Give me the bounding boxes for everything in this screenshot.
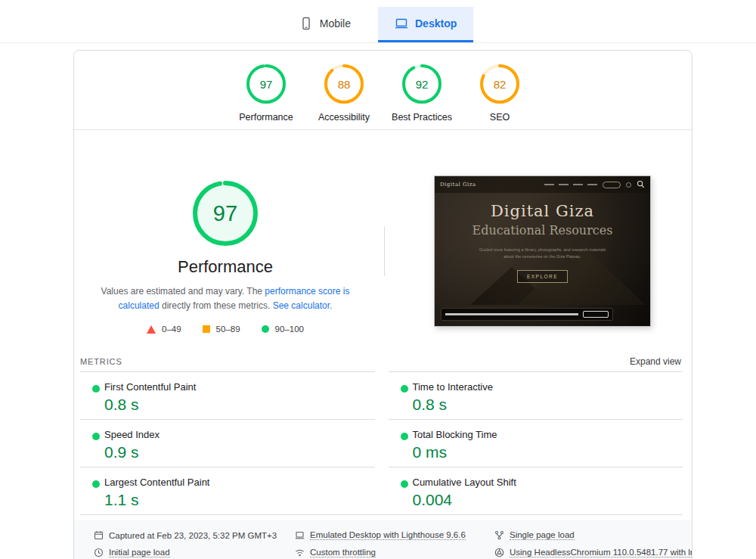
metrics-header: METRICS Expand view bbox=[80, 356, 681, 367]
fork-icon bbox=[494, 530, 504, 540]
score-seo[interactable]: 82 SEO bbox=[462, 63, 538, 123]
pass-dot-icon bbox=[401, 385, 408, 393]
seo-gauge: 82 bbox=[479, 63, 521, 105]
network-icon bbox=[295, 548, 305, 557]
average-square-icon bbox=[203, 325, 210, 333]
metric-value: 0.9 s bbox=[104, 443, 375, 461]
desktop-laptop-icon bbox=[395, 17, 408, 30]
legend-average-range: 50–89 bbox=[216, 325, 240, 334]
tab-desktop-label: Desktop bbox=[415, 17, 457, 30]
fail-triangle-icon bbox=[147, 325, 156, 334]
see-calculator-link[interactable]: See calculator. bbox=[273, 300, 333, 311]
footer-captured-at: Captured at Feb 23, 2023, 5:32 PM GMT+3 bbox=[94, 530, 295, 540]
best-practices-score-value: 92 bbox=[401, 63, 443, 105]
metric-first-contentful-paint: First Contentful Paint 0.8 s bbox=[80, 371, 375, 419]
metric-label: Cumulative Layout Shift bbox=[413, 477, 683, 488]
metric-label: Speed Index bbox=[104, 429, 375, 440]
mobile-phone-icon bbox=[299, 17, 313, 30]
score-best-practices[interactable]: 92 Best Practices bbox=[384, 63, 460, 123]
accessibility-gauge: 88 bbox=[323, 63, 365, 105]
metric-label: Total Blocking Time bbox=[413, 429, 683, 440]
footer-text: Initial page load bbox=[109, 548, 170, 557]
metric-time-to-interactive: Time to Interactive 0.8 s bbox=[389, 371, 683, 419]
footer-text: Single page load bbox=[510, 530, 575, 540]
preview-caption: Guided tours featuring a library, photog… bbox=[479, 247, 607, 261]
tab-mobile-label: Mobile bbox=[320, 17, 351, 30]
accessibility-score-value: 88 bbox=[323, 63, 365, 105]
final-screenshot-preview[interactable]: Digital Giza Digital Giza Educational Re… bbox=[434, 175, 651, 327]
legend-good: 90–100 bbox=[262, 325, 304, 334]
metric-speed-index: Speed Index 0.9 s bbox=[80, 419, 375, 467]
seo-score-value: 82 bbox=[479, 63, 521, 105]
device-tabbar: Mobile Desktop bbox=[0, 0, 756, 43]
performance-score-value: 97 bbox=[245, 63, 287, 105]
performance-main-gauge: 97 bbox=[192, 180, 259, 247]
preview-explore-button: EXPLORE bbox=[517, 270, 568, 283]
pass-dot-icon bbox=[92, 385, 100, 393]
preview-brand: Digital Giza bbox=[440, 182, 476, 188]
metric-value: 0 ms bbox=[413, 443, 683, 461]
metric-cumulative-layout-shift: Cumulative Layout Shift 0.004 bbox=[389, 467, 683, 514]
score-legend: 0–49 50–89 90–100 bbox=[74, 325, 376, 334]
good-circle-icon bbox=[262, 325, 269, 333]
clock-icon bbox=[94, 548, 104, 557]
preview-hero: Digital Giza Educational Resources Guide… bbox=[435, 202, 650, 283]
legend-good-range: 90–100 bbox=[275, 325, 304, 334]
preview-cookie-banner bbox=[441, 308, 613, 321]
seo-score-label: SEO bbox=[490, 112, 510, 123]
calendar-icon bbox=[94, 530, 104, 540]
description-text-2: directly from these metrics. bbox=[160, 300, 273, 311]
metric-value: 0.8 s bbox=[104, 396, 375, 414]
tab-desktop[interactable]: Desktop bbox=[378, 7, 473, 42]
globe-icon bbox=[626, 182, 631, 188]
metric-value: 1.1 s bbox=[104, 491, 375, 509]
main-gauge-value: 97 bbox=[192, 180, 259, 247]
pass-dot-icon bbox=[92, 480, 100, 488]
preview-title: Digital Giza bbox=[435, 202, 650, 220]
metrics-heading: METRICS bbox=[80, 357, 122, 366]
description-text-1: Values are estimated and may vary. The bbox=[101, 286, 265, 297]
chrome-icon bbox=[494, 548, 504, 557]
metric-value: 0.8 s bbox=[413, 396, 683, 414]
laptop-icon bbox=[295, 530, 305, 540]
footer-text: Captured at Feb 23, 2023, 5:32 PM GMT+3 bbox=[109, 531, 277, 540]
expand-view-button[interactable]: Expand view bbox=[630, 356, 681, 367]
legend-average: 50–89 bbox=[203, 325, 240, 334]
report-footer: Captured at Feb 23, 2023, 5:32 PM GMT+3 … bbox=[74, 520, 692, 559]
panel-title: Performance bbox=[74, 257, 376, 277]
footer-chromium-version[interactable]: Using HeadlessChromium 110.0.5481.77 wit… bbox=[494, 548, 692, 557]
pass-dot-icon bbox=[92, 433, 100, 440]
category-scores: 97 Performance 88 Accessibility 92 Best … bbox=[74, 63, 692, 123]
footer-initial-page-load[interactable]: Initial page load bbox=[94, 548, 295, 557]
footer-custom-throttling[interactable]: Custom throttling bbox=[295, 548, 494, 557]
footer-emulated-device[interactable]: Emulated Desktop with Lighthouse 9.6.6 bbox=[295, 530, 494, 540]
legend-fail: 0–49 bbox=[147, 325, 181, 334]
vertical-divider bbox=[384, 226, 385, 276]
metrics-grid: First Contentful Paint 0.8 s Time to Int… bbox=[80, 371, 683, 515]
footer-single-page-load[interactable]: Single page load bbox=[494, 530, 692, 540]
preview-subtitle: Educational Resources bbox=[435, 223, 650, 238]
tab-mobile[interactable]: Mobile bbox=[283, 7, 367, 42]
preview-navbar: Digital Giza bbox=[435, 176, 650, 193]
accessibility-score-label: Accessibility bbox=[318, 112, 370, 123]
performance-gauge: 97 bbox=[245, 63, 287, 105]
cookie-text-placeholder bbox=[445, 313, 578, 315]
search-icon bbox=[637, 178, 645, 191]
score-accessibility[interactable]: 88 Accessibility bbox=[306, 63, 382, 123]
performance-panel: 97 Performance Values are estimated and … bbox=[74, 129, 376, 334]
metric-label: Largest Contentful Paint bbox=[104, 477, 375, 488]
preview-signup-button bbox=[603, 182, 621, 188]
pass-dot-icon bbox=[401, 480, 408, 488]
pass-dot-icon bbox=[401, 433, 408, 440]
footer-text: Using HeadlessChromium 110.0.5481.77 wit… bbox=[510, 548, 692, 557]
best-practices-gauge: 92 bbox=[401, 63, 443, 105]
metric-label: Time to Interactive bbox=[413, 381, 683, 393]
metric-label: First Contentful Paint bbox=[104, 381, 375, 393]
score-performance[interactable]: 97 Performance bbox=[228, 63, 304, 123]
metric-total-blocking-time: Total Blocking Time 0 ms bbox=[389, 419, 683, 467]
metric-value: 0.004 bbox=[413, 491, 683, 509]
legend-fail-range: 0–49 bbox=[162, 325, 181, 334]
footer-text: Emulated Desktop with Lighthouse 9.6.6 bbox=[310, 530, 466, 540]
score-description: Values are estimated and may vary. The p… bbox=[100, 284, 351, 312]
best-practices-score-label: Best Practices bbox=[392, 112, 452, 123]
